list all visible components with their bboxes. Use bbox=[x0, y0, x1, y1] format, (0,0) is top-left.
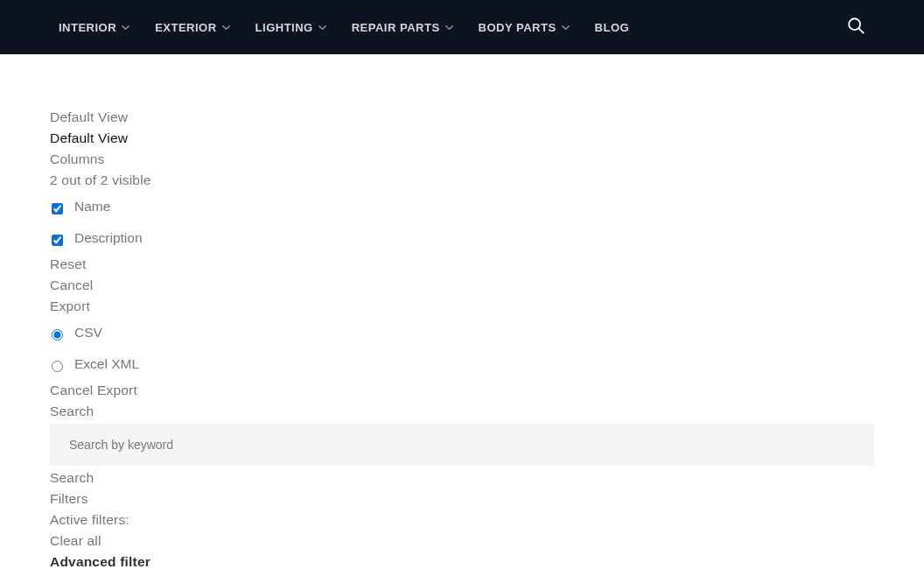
search-input[interactable] bbox=[50, 424, 874, 466]
chevron-down-icon bbox=[444, 23, 454, 32]
radio-csv[interactable] bbox=[52, 329, 63, 341]
default-view-selected[interactable]: Default View bbox=[50, 128, 874, 149]
chevron-down-icon bbox=[121, 23, 130, 32]
svg-line-1 bbox=[859, 29, 864, 33]
chevron-down-icon bbox=[221, 23, 231, 32]
chevron-down-icon bbox=[318, 23, 327, 32]
columns-status: 2 out of 2 visible bbox=[50, 170, 874, 191]
nav-label: REPAIR PARTS bbox=[352, 21, 440, 34]
active-filters-label: Active filters: bbox=[50, 509, 874, 530]
cancel-export-button[interactable]: Cancel Export bbox=[50, 380, 874, 401]
checkbox-name[interactable] bbox=[52, 203, 63, 214]
checkbox-description[interactable] bbox=[52, 235, 63, 246]
export-radio-csv[interactable]: CSV bbox=[50, 317, 874, 348]
nav-label: INTERIOR bbox=[59, 21, 116, 34]
nav-item-body-parts[interactable]: BODY PARTS bbox=[479, 21, 570, 34]
nav-label: EXTERIOR bbox=[155, 21, 216, 34]
nav-label: BLOG bbox=[595, 21, 630, 34]
top-nav: INTERIOR EXTERIOR LIGHTING REPAIR PARTS … bbox=[0, 0, 924, 54]
export-radio-excel[interactable]: Excel XML bbox=[50, 348, 874, 380]
clear-all-button[interactable]: Clear all bbox=[50, 530, 874, 551]
checkbox-label: Name bbox=[74, 196, 110, 217]
search-button[interactable]: Search bbox=[50, 467, 874, 488]
column-checkbox-description[interactable]: Description bbox=[50, 222, 874, 254]
reset-button[interactable]: Reset bbox=[50, 254, 874, 275]
nav-label: LIGHTING bbox=[256, 21, 313, 34]
nav-label: BODY PARTS bbox=[479, 21, 556, 34]
search-icon[interactable] bbox=[846, 16, 865, 39]
nav-item-exterior[interactable]: EXTERIOR bbox=[155, 21, 230, 34]
chevron-down-icon bbox=[561, 23, 570, 32]
nav-item-repair-parts[interactable]: REPAIR PARTS bbox=[352, 21, 454, 34]
nav-item-interior[interactable]: INTERIOR bbox=[59, 21, 130, 34]
radio-excel-xml[interactable] bbox=[52, 361, 63, 372]
nav-item-blog[interactable]: BLOG bbox=[595, 21, 630, 34]
checkbox-label: Description bbox=[74, 228, 143, 249]
content: Default View Default View Columns 2 out … bbox=[0, 54, 924, 569]
radio-label: Excel XML bbox=[74, 354, 139, 375]
cancel-button[interactable]: Cancel bbox=[50, 275, 874, 296]
column-checkbox-name[interactable]: Name bbox=[50, 191, 874, 222]
export-label: Export bbox=[50, 296, 874, 317]
search-label: Search bbox=[50, 401, 874, 422]
radio-label: CSV bbox=[74, 322, 102, 343]
filters-label: Filters bbox=[50, 488, 874, 509]
nav-item-lighting[interactable]: LIGHTING bbox=[256, 21, 327, 34]
nav-items: INTERIOR EXTERIOR LIGHTING REPAIR PARTS … bbox=[59, 21, 629, 34]
columns-label: Columns bbox=[50, 149, 874, 170]
advanced-filter-button[interactable]: Advanced filter bbox=[50, 551, 874, 569]
default-view-label: Default View bbox=[50, 107, 874, 128]
